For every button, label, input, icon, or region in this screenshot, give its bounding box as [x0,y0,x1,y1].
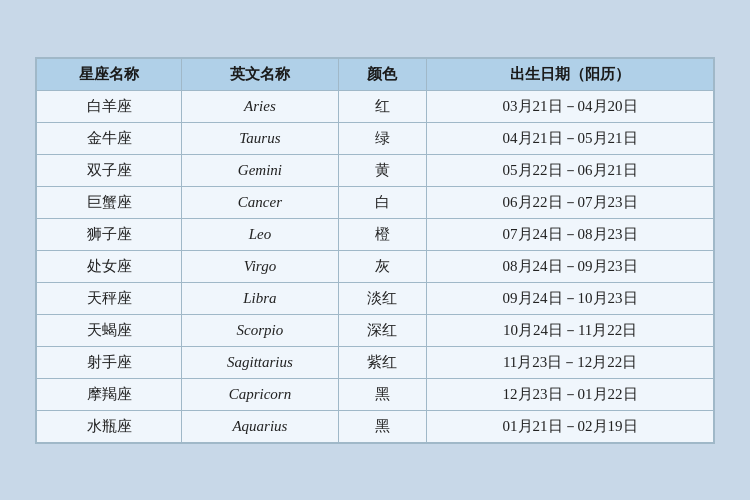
table-cell: 红 [338,90,427,122]
table-cell: 淡红 [338,282,427,314]
table-cell: 金牛座 [37,122,182,154]
table-cell: Libra [182,282,338,314]
table-cell: Taurus [182,122,338,154]
table-cell: 天蝎座 [37,314,182,346]
table-cell: 03月21日－04月20日 [427,90,714,122]
table-row: 天秤座Libra淡红09月24日－10月23日 [37,282,714,314]
table-cell: 天秤座 [37,282,182,314]
table-cell: 水瓶座 [37,410,182,442]
table-cell: 射手座 [37,346,182,378]
table-cell: 09月24日－10月23日 [427,282,714,314]
table-row: 金牛座Taurus绿04月21日－05月21日 [37,122,714,154]
table-cell: Leo [182,218,338,250]
table-header-cell: 出生日期（阳历） [427,58,714,90]
table-row: 摩羯座Capricorn黑12月23日－01月22日 [37,378,714,410]
table-cell: 05月22日－06月21日 [427,154,714,186]
table-header-cell: 星座名称 [37,58,182,90]
table-cell: Gemini [182,154,338,186]
table-row: 处女座Virgo灰08月24日－09月23日 [37,250,714,282]
table-cell: Virgo [182,250,338,282]
table-cell: Cancer [182,186,338,218]
table-cell: 处女座 [37,250,182,282]
table-cell: 11月23日－12月22日 [427,346,714,378]
zodiac-table-container: 星座名称英文名称颜色出生日期（阳历） 白羊座Aries红03月21日－04月20… [35,57,715,444]
table-header-row: 星座名称英文名称颜色出生日期（阳历） [37,58,714,90]
table-cell: 深红 [338,314,427,346]
table-row: 白羊座Aries红03月21日－04月20日 [37,90,714,122]
table-cell: 灰 [338,250,427,282]
table-row: 水瓶座Aquarius黑01月21日－02月19日 [37,410,714,442]
table-cell: Capricorn [182,378,338,410]
table-cell: 橙 [338,218,427,250]
table-cell: 双子座 [37,154,182,186]
table-cell: 黑 [338,410,427,442]
table-cell: Aquarius [182,410,338,442]
table-cell: 白 [338,186,427,218]
table-cell: Scorpio [182,314,338,346]
table-cell: 04月21日－05月21日 [427,122,714,154]
table-row: 天蝎座Scorpio深红10月24日－11月22日 [37,314,714,346]
table-cell: 黄 [338,154,427,186]
table-cell: 08月24日－09月23日 [427,250,714,282]
table-row: 巨蟹座Cancer白06月22日－07月23日 [37,186,714,218]
table-cell: 07月24日－08月23日 [427,218,714,250]
table-cell: 黑 [338,378,427,410]
table-cell: 绿 [338,122,427,154]
table-cell: 紫红 [338,346,427,378]
table-cell: 10月24日－11月22日 [427,314,714,346]
table-header-cell: 英文名称 [182,58,338,90]
table-row: 双子座Gemini黄05月22日－06月21日 [37,154,714,186]
table-cell: 巨蟹座 [37,186,182,218]
table-cell: 12月23日－01月22日 [427,378,714,410]
table-row: 射手座Sagittarius紫红11月23日－12月22日 [37,346,714,378]
table-cell: 01月21日－02月19日 [427,410,714,442]
zodiac-table: 星座名称英文名称颜色出生日期（阳历） 白羊座Aries红03月21日－04月20… [36,58,714,443]
table-cell: 摩羯座 [37,378,182,410]
table-cell: 狮子座 [37,218,182,250]
table-cell: Sagittarius [182,346,338,378]
table-cell: Aries [182,90,338,122]
table-row: 狮子座Leo橙07月24日－08月23日 [37,218,714,250]
table-header-cell: 颜色 [338,58,427,90]
table-cell: 06月22日－07月23日 [427,186,714,218]
table-cell: 白羊座 [37,90,182,122]
